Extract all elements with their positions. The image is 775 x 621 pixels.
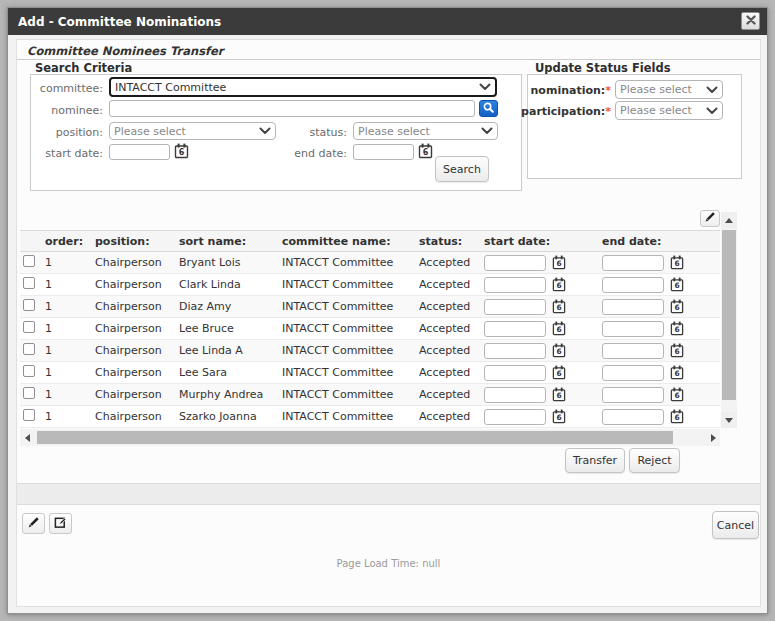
row-checkbox[interactable] xyxy=(23,387,35,399)
edit-mode-button[interactable] xyxy=(22,513,45,534)
content-panel: Committee Nominees Transfer Search Crite… xyxy=(16,39,761,607)
calendar-icon[interactable]: 6 xyxy=(669,343,684,359)
cancel-button[interactable]: Cancel xyxy=(712,511,759,539)
compose-button[interactable] xyxy=(49,513,72,534)
row-checkbox-cell xyxy=(20,409,45,424)
row-start-date-input[interactable] xyxy=(484,409,546,425)
update-status-title: Update Status Fields xyxy=(535,61,671,75)
row-start-date-input[interactable] xyxy=(484,343,546,359)
calendar-icon[interactable]: 6 xyxy=(551,409,566,425)
row-end-date-input[interactable] xyxy=(602,387,664,403)
row-checkbox[interactable] xyxy=(23,255,35,267)
row-position: Chairperson xyxy=(95,322,179,335)
row-checkbox-cell xyxy=(20,321,45,336)
status-select-value: Please select xyxy=(358,125,479,138)
calendar-icon[interactable]: 6 xyxy=(551,387,566,403)
svg-text:6: 6 xyxy=(674,391,679,400)
row-checkbox[interactable] xyxy=(23,343,35,355)
row-position: Chairperson xyxy=(95,278,179,291)
calendar-icon[interactable]: 6 xyxy=(551,255,566,271)
scroll-up-button[interactable] xyxy=(721,212,737,228)
table-header-row: order: position: sort name: committee na… xyxy=(20,230,720,252)
calendar-icon[interactable]: 6 xyxy=(669,255,684,271)
calendar-icon[interactable]: 6 xyxy=(551,299,566,315)
row-sort-name: Murphy Andrea xyxy=(179,388,282,401)
nominee-input[interactable] xyxy=(109,100,475,117)
row-end-date-input[interactable] xyxy=(602,365,664,381)
row-status: Accepted xyxy=(419,278,484,291)
table-row: 1 Chairperson Lee Bruce INTACCT Committe… xyxy=(20,318,720,340)
row-end-date-input[interactable] xyxy=(602,321,664,337)
svg-text:6: 6 xyxy=(556,347,561,356)
row-status: Accepted xyxy=(419,344,484,357)
row-start-date-input[interactable] xyxy=(484,255,546,271)
row-start-date-input[interactable] xyxy=(484,387,546,403)
close-button[interactable] xyxy=(741,12,760,30)
calendar-icon[interactable]: 6 xyxy=(669,409,684,425)
scroll-down-button[interactable] xyxy=(721,412,737,428)
grid-edit-button[interactable] xyxy=(700,210,720,227)
start-date-input[interactable] xyxy=(109,144,170,160)
vertical-scrollbar-thumb[interactable] xyxy=(722,230,736,400)
calendar-icon[interactable]: 6 xyxy=(551,343,566,359)
row-start-date-input[interactable] xyxy=(484,365,546,381)
status-select[interactable]: Please select xyxy=(353,122,498,140)
calendar-icon[interactable]: 6 xyxy=(551,321,566,337)
committee-select[interactable]: INTACCT Committee xyxy=(109,77,497,97)
scroll-left-button[interactable] xyxy=(20,429,34,446)
reject-button[interactable]: Reject xyxy=(629,448,680,473)
calendar-icon[interactable]: 6 xyxy=(551,277,566,293)
row-status: Accepted xyxy=(419,322,484,335)
participation-select-value: Please select xyxy=(620,104,704,117)
nomination-select[interactable]: Please select xyxy=(615,80,723,99)
row-checkbox[interactable] xyxy=(23,321,35,333)
row-start-date-input[interactable] xyxy=(484,299,546,315)
position-select[interactable]: Please select xyxy=(109,122,276,140)
row-order: 1 xyxy=(45,366,95,379)
calendar-icon[interactable]: 6 xyxy=(551,365,566,381)
nomination-select-value: Please select xyxy=(620,83,704,96)
row-end-date-input[interactable] xyxy=(602,255,664,271)
row-checkbox[interactable] xyxy=(23,409,35,421)
svg-text:6: 6 xyxy=(179,148,185,157)
search-button[interactable]: Search xyxy=(435,156,489,182)
horizontal-scrollbar-thumb[interactable] xyxy=(37,431,673,444)
row-sort-name: Clark Linda xyxy=(179,278,282,291)
row-checkbox[interactable] xyxy=(23,277,35,289)
table-body: 1 Chairperson Bryant Lois INTACCT Commit… xyxy=(20,252,720,428)
row-checkbox-cell xyxy=(20,343,45,358)
calendar-icon[interactable]: 6 xyxy=(669,365,684,381)
row-checkbox[interactable] xyxy=(23,299,35,311)
row-committee-name: INTACCT Committee xyxy=(282,322,419,335)
transfer-button[interactable]: Transfer xyxy=(565,448,625,473)
row-committee-name: INTACCT Committee xyxy=(282,344,419,357)
row-start-date-input[interactable] xyxy=(484,321,546,337)
row-end-date-input[interactable] xyxy=(602,409,664,425)
calendar-icon[interactable]: 6 xyxy=(418,143,433,159)
row-end-date-cell: 6 xyxy=(602,321,720,337)
section-divider xyxy=(17,483,760,505)
calendar-icon[interactable]: 6 xyxy=(669,299,684,315)
dialog-window: Add - Committee Nominations Committee No… xyxy=(7,7,768,614)
table-row: 1 Chairperson Diaz Amy INTACCT Committee… xyxy=(20,296,720,318)
svg-text:6: 6 xyxy=(674,369,679,378)
scroll-right-button[interactable] xyxy=(706,429,720,446)
calendar-icon[interactable]: 6 xyxy=(669,277,684,293)
row-status: Accepted xyxy=(419,300,484,313)
nominee-search-button[interactable] xyxy=(479,100,498,117)
end-date-input[interactable] xyxy=(353,144,414,160)
row-committee-name: INTACCT Committee xyxy=(282,388,419,401)
calendar-icon[interactable]: 6 xyxy=(669,321,684,337)
row-end-date-input[interactable] xyxy=(602,343,664,359)
row-sort-name: Lee Bruce xyxy=(179,322,282,335)
row-end-date-input[interactable] xyxy=(602,277,664,293)
calendar-icon[interactable]: 6 xyxy=(669,387,684,403)
row-start-date-input[interactable] xyxy=(484,277,546,293)
participation-select[interactable]: Please select xyxy=(615,101,723,120)
column-header-position: position: xyxy=(95,235,179,248)
calendar-icon[interactable]: 6 xyxy=(174,143,189,159)
row-start-date-cell: 6 xyxy=(484,387,602,403)
row-end-date-input[interactable] xyxy=(602,299,664,315)
row-checkbox[interactable] xyxy=(23,365,35,377)
row-status: Accepted xyxy=(419,388,484,401)
